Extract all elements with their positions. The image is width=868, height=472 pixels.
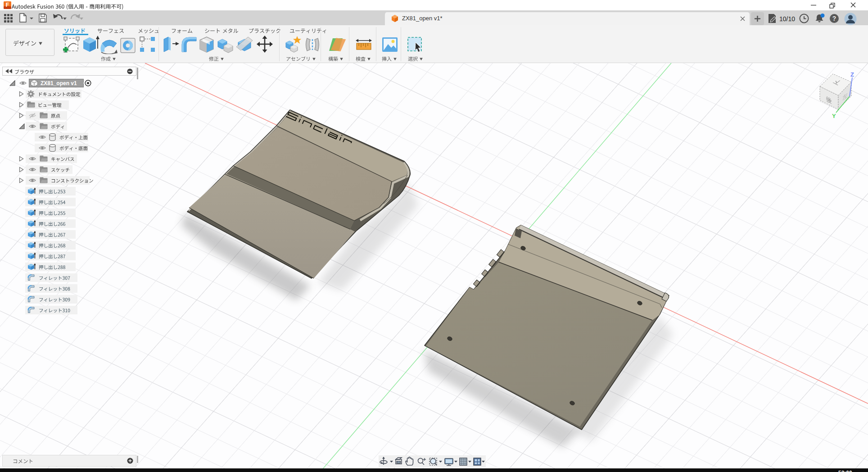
svg-text:?: ? (832, 15, 836, 22)
svg-text:Z: Z (850, 71, 854, 78)
svg-text:Y: Y (832, 113, 836, 119)
svg-text:F: F (6, 2, 9, 8)
